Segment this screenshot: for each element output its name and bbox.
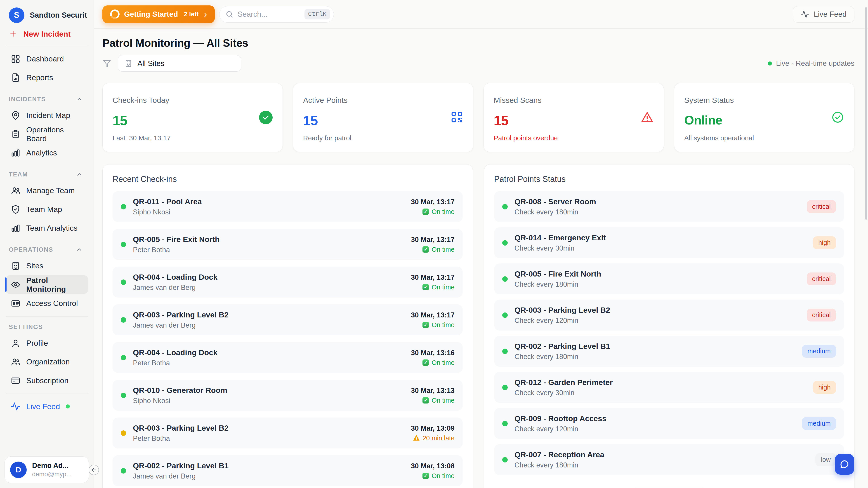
sidebar-item-access-control[interactable]: Access Control xyxy=(5,294,88,313)
patrol-point-row[interactable]: QR-014 - Emergency Exit Check every 30mi… xyxy=(494,227,844,258)
shield-check-icon xyxy=(11,205,20,214)
ontime-check-icon: ✓ xyxy=(423,208,429,215)
checkin-point: QR-005 - Fire Exit North xyxy=(133,235,411,244)
status-dot xyxy=(121,242,126,247)
search-input[interactable] xyxy=(238,10,301,19)
patrol-points-panel: Patrol Points Status QR-008 - Server Roo… xyxy=(484,164,855,488)
site-filter-select[interactable]: All Sites xyxy=(118,55,241,72)
sidebar-item-analytics[interactable]: Analytics xyxy=(5,143,88,162)
checkin-status: On time xyxy=(432,246,455,253)
checkin-status: On time xyxy=(432,397,455,404)
stat-cards: Check-ins Today 15 Last: 30 Mar, 13:17 A… xyxy=(102,83,855,152)
qr-code-icon xyxy=(451,111,463,123)
section-header-incidents[interactable]: INCIDENTS xyxy=(0,92,94,106)
checkin-time: 30 Mar, 13:16 xyxy=(411,349,455,357)
stat-footer: Last: 30 Mar, 13:17 xyxy=(113,134,170,142)
checkin-row[interactable]: QR-003 - Parking Level B2 James van der … xyxy=(113,304,463,335)
sidebar-item-operations-board[interactable]: Operations Board xyxy=(5,125,88,143)
patrol-point-row[interactable]: QR-005 - Fire Exit North Check every 180… xyxy=(494,263,844,294)
status-dot-late xyxy=(121,430,126,436)
sidebar-item-manage-team[interactable]: Manage Team xyxy=(5,181,88,200)
getting-started-button[interactable]: Getting Started 2 left › xyxy=(102,5,215,23)
patrol-point-row[interactable]: QR-009 - Rooftop Access Check every 120m… xyxy=(494,408,844,439)
checkin-row[interactable]: QR-010 - Generator Room Sipho Nkosi 30 M… xyxy=(113,380,463,411)
users-icon xyxy=(11,186,20,195)
status-dot xyxy=(502,240,508,246)
chat-widget-button[interactable] xyxy=(835,454,854,475)
checkin-row[interactable]: QR-004 - Loading Dock Peter Botha 30 Mar… xyxy=(113,342,463,373)
checkin-status: On time xyxy=(432,472,455,480)
sidebar-item-patrol-monitoring[interactable]: Patrol Monitoring xyxy=(5,275,88,294)
checkin-guard: Peter Botha xyxy=(133,359,411,367)
checkin-row[interactable]: QR-002 - Parking Level B1 James van der … xyxy=(113,455,463,486)
status-dot xyxy=(121,280,126,285)
sidebar-item-subscription[interactable]: Subscription xyxy=(5,371,88,390)
stat-card-missed-scans: Missed Scans 15 Patrol points overdue xyxy=(484,83,664,152)
live-feed-button[interactable]: Live Feed xyxy=(793,6,855,23)
checkin-status: 20 min late xyxy=(423,434,455,442)
user-name: Demo Ad... xyxy=(32,462,72,470)
building-icon xyxy=(11,261,20,271)
sidebar-item-reports[interactable]: Reports xyxy=(5,68,88,87)
sidebar: S Sandton Security Ser... New Incident D… xyxy=(0,0,94,488)
patrol-point-row[interactable]: QR-012 - Garden Perimeter Check every 30… xyxy=(494,372,844,403)
sidebar-item-label: Access Control xyxy=(26,299,78,308)
divider xyxy=(6,316,88,317)
severity-badge: critical xyxy=(807,200,836,213)
sidebar-item-dashboard[interactable]: Dashboard xyxy=(5,50,88,68)
checkin-guard: Peter Botha xyxy=(133,434,411,443)
vertical-scrollbar[interactable] xyxy=(865,7,867,220)
panel-title: Recent Check-ins xyxy=(113,174,463,184)
live-feed-label: Live Feed xyxy=(26,402,60,411)
activity-icon xyxy=(11,402,20,411)
status-dot xyxy=(121,355,126,360)
global-search[interactable]: CtrlK xyxy=(219,6,334,23)
checkin-point: QR-002 - Parking Level B1 xyxy=(133,461,411,470)
stat-label: Active Points xyxy=(303,96,463,105)
patrol-point-row[interactable]: QR-007 - Reception Area Check every 180m… xyxy=(494,444,844,475)
stat-value: 15 xyxy=(113,113,273,128)
stat-value: 15 xyxy=(303,113,463,128)
sidebar-item-live-feed[interactable]: Live Feed xyxy=(0,397,94,416)
patrol-point-row[interactable]: QR-003 - Parking Level B2 Check every 12… xyxy=(494,300,844,330)
sidebar-item-team-analytics[interactable]: Team Analytics xyxy=(5,219,88,237)
patrol-point-row[interactable]: QR-008 - Server Room Check every 180min … xyxy=(494,191,844,222)
sidebar-item-organization[interactable]: Organization xyxy=(5,352,88,371)
status-dot xyxy=(121,317,126,323)
credit-card-icon xyxy=(11,376,20,385)
section-header-team[interactable]: TEAM xyxy=(0,168,94,181)
check-circle-icon xyxy=(259,111,273,124)
checkin-row[interactable]: QR-011 - Pool Area Sipho Nkosi 30 Mar, 1… xyxy=(113,191,463,222)
sidebar-item-incident-map[interactable]: Incident Map xyxy=(5,106,88,125)
status-dot xyxy=(502,421,508,426)
avatar: D xyxy=(10,462,27,478)
new-incident-button[interactable]: New Incident xyxy=(0,26,94,42)
sidebar-item-profile[interactable]: Profile xyxy=(5,334,88,352)
checkin-time: 30 Mar, 13:17 xyxy=(411,311,455,319)
sidebar-item-team-map[interactable]: Team Map xyxy=(5,200,88,219)
sidebar-item-label: Dashboard xyxy=(26,55,64,63)
chevron-up-icon xyxy=(76,171,83,178)
user-menu[interactable]: D Demo Ad... demo@myp... xyxy=(4,456,89,483)
point-name: QR-005 - Fire Exit North xyxy=(515,269,807,278)
search-shortcut-badge: CtrlK xyxy=(305,9,330,20)
filter-icon[interactable] xyxy=(102,59,112,68)
stat-footer: Ready for patrol xyxy=(303,134,351,142)
stat-footer: Patrol points overdue xyxy=(494,134,558,142)
patrol-point-row[interactable]: QR-002 - Parking Level B1 Check every 18… xyxy=(494,336,844,367)
section-header-operations[interactable]: OPERATIONS xyxy=(0,243,94,256)
point-name: QR-002 - Parking Level B1 xyxy=(515,342,802,351)
ontime-check-icon: ✓ xyxy=(423,473,429,479)
sidebar-item-sites[interactable]: Sites xyxy=(5,256,88,275)
stat-label: System Status xyxy=(684,96,844,105)
checkin-time: 30 Mar, 13:09 xyxy=(411,424,455,432)
checkin-row[interactable]: QR-003 - Parking Level B2 Peter Botha 30… xyxy=(113,418,463,449)
checkin-row[interactable]: QR-004 - Loading Dock James van der Berg… xyxy=(113,267,463,297)
org-switcher[interactable]: S Sandton Security Ser... xyxy=(0,6,94,24)
section-title: OPERATIONS xyxy=(9,246,53,253)
checkin-row[interactable]: QR-005 - Fire Exit North Peter Botha 30 … xyxy=(113,229,463,260)
point-name: QR-007 - Reception Area xyxy=(515,450,815,459)
sidebar-collapse-button[interactable] xyxy=(89,465,99,475)
severity-badge: low xyxy=(815,453,836,466)
getting-started-label: Getting Started xyxy=(124,10,178,19)
